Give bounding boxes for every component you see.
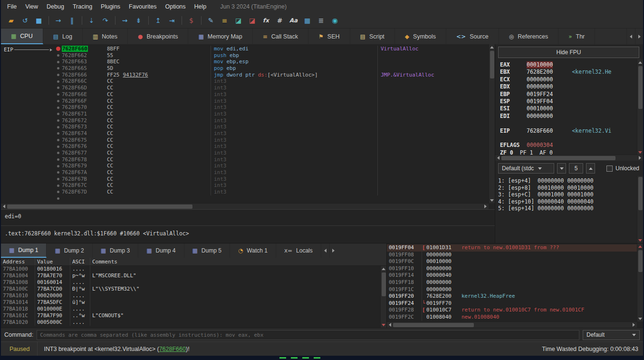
register-row[interactable]: EFLAGS 00000304 (495, 142, 643, 149)
disasm-row[interactable]: 7628F66F CC int3 (1, 98, 495, 105)
toolbar-button[interactable] (113, 15, 117, 27)
arguments-vertical-scrollbar[interactable] (637, 176, 643, 243)
breakpoint-dot-icon[interactable] (54, 132, 62, 135)
scrollbar-thumb[interactable] (501, 156, 615, 160)
dump-tab[interactable]: ◔Watch 1 (230, 243, 276, 258)
toolbar-button[interactable]: ■ (32, 15, 45, 27)
stack-horizontal-scrollbar[interactable] (387, 321, 643, 328)
breakpoint-dot-icon[interactable] (54, 139, 62, 141)
stack-row[interactable]: 0019FF28 [ 010010C7 return to new.010010… (387, 307, 643, 314)
register-row[interactable]: ECX 00000000 (495, 76, 643, 83)
disasm-row[interactable]: 7628F678 CC int3 (1, 156, 495, 163)
disasm-row[interactable]: 7628F662 55 push ebp (1, 52, 495, 59)
breakpoint-address-link[interactable]: 7628F660 (159, 346, 186, 352)
breakpoint-dot-icon[interactable] (54, 93, 62, 96)
register-row[interactable]: EBX 7628E200 <kernel32.He (495, 68, 643, 76)
toolbar-button[interactable]: ↷ (99, 15, 112, 27)
register-row[interactable] (495, 135, 643, 142)
menu-item[interactable]: Options (161, 1, 190, 12)
breakpoint-dot-icon[interactable] (54, 178, 62, 180)
breakpoint-dot-icon[interactable] (54, 171, 62, 174)
breakpoint-dot-icon[interactable] (54, 146, 62, 148)
scroll-right-icon[interactable] (637, 155, 643, 161)
breakpoint-dot-icon[interactable] (54, 165, 62, 167)
dump-tab-scroll-right-icon[interactable] (329, 243, 337, 258)
breakpoint-dot-icon[interactable] (54, 107, 62, 109)
scroll-up-icon[interactable] (381, 266, 387, 272)
menu-item[interactable]: Plugins (96, 1, 125, 12)
disasm-row[interactable]: 7628F666 FF2594132F76 jmp dword ptr ds:[… (1, 72, 495, 78)
register-row[interactable]: EBP 0019FF24 (495, 91, 643, 98)
stack-row[interactable]: 0019FF18 00000000 (387, 279, 643, 286)
breakpoint-dot-icon[interactable] (54, 67, 62, 69)
breakpoint-dot-icon[interactable] (54, 87, 62, 89)
toolbar-button[interactable]: ≡ (218, 15, 231, 27)
dump-tab[interactable]: ▦Dump 5 (184, 243, 230, 258)
dump-header-comments[interactable]: Comments (90, 258, 386, 265)
toolbar-button[interactable]: ▰ (5, 15, 18, 27)
breakpoint-dot-icon[interactable] (54, 74, 62, 76)
scroll-right-icon[interactable] (482, 204, 489, 209)
stack-row[interactable]: 0019FF24 └ 0019FF70 (387, 300, 643, 307)
breakpoint-dot-icon[interactable] (54, 191, 62, 193)
view-tab[interactable]: ▥Notes (83, 29, 128, 44)
argument-row[interactable]: 5: [esp+14] 00000000 00000000 (498, 205, 643, 212)
disasm-row[interactable]: 7628F665 5D pop ebp (1, 65, 495, 72)
toolbar-button[interactable]: ⇥ (165, 15, 178, 27)
disasm-row[interactable]: 7628F676 CC int3 (1, 143, 495, 150)
breakpoint-dot-icon[interactable] (54, 47, 62, 51)
stack-row[interactable]: 0019FF0C 00010000 (387, 258, 643, 265)
dump-row[interactable]: 77BA1018 0010000E .... (1, 306, 386, 312)
registers-vertical-scrollbar[interactable] (637, 59, 643, 155)
dump-row[interactable]: 77BA1020 0005000C .... (1, 319, 386, 326)
breakpoint-dot-icon[interactable] (54, 185, 62, 187)
scroll-down-icon[interactable] (637, 237, 644, 243)
scrollbar-thumb[interactable] (382, 272, 386, 296)
disasm-row[interactable]: 7628F66C CC int3 (1, 78, 495, 85)
toolbar-button[interactable]: ✎ (204, 15, 217, 27)
dump-tab[interactable]: ▦Dump 3 (93, 243, 138, 258)
hide-fpu-button[interactable]: Hide FPU (498, 47, 639, 58)
dump-row[interactable]: 77BA1014 77BA5DFC ü]°w (1, 299, 386, 306)
toolbar-button[interactable]: fx (260, 15, 272, 27)
menu-item[interactable]: Help (190, 1, 211, 12)
toolbar-button[interactable]: ⇟ (132, 15, 145, 27)
view-tab[interactable]: ▤Script (350, 29, 395, 44)
breakpoint-dot-icon[interactable] (54, 100, 62, 102)
breakpoint-dot-icon[interactable] (54, 54, 62, 57)
toolbar-button[interactable]: ≣ (315, 15, 327, 27)
register-row[interactable]: EIP 7628F660 <kernel32.Vi (495, 127, 643, 135)
disasm-row[interactable]: 7628F674 CC int3 (1, 130, 495, 137)
scroll-up-icon[interactable] (489, 44, 495, 50)
view-tab[interactable]: ◆Symbols (395, 29, 446, 44)
toolbar-button[interactable]: ⇣ (85, 15, 98, 27)
scrollbar-thumb[interactable] (490, 51, 494, 78)
view-tab[interactable]: »Thr (558, 29, 595, 44)
registers-horizontal-scrollbar[interactable] (495, 155, 643, 161)
calling-convention-select[interactable]: Default (stdc (498, 163, 554, 174)
dump-tab[interactable]: ▦Dump 1 (1, 243, 47, 258)
scroll-down-icon[interactable] (381, 322, 387, 328)
toolbar-button[interactable] (146, 15, 151, 27)
disasm-row[interactable]: 7628F663 8BEC mov ebp,esp (1, 58, 495, 65)
scroll-left-icon[interactable] (495, 155, 501, 161)
toolbar-button[interactable] (179, 15, 184, 27)
argument-row[interactable]: 4: [esp+10] 00000040 00000040 (498, 198, 643, 205)
view-tab[interactable]: ▤Log (43, 29, 83, 44)
breakpoint-dot-icon[interactable] (54, 126, 62, 128)
dump-row[interactable]: 77BA100C 77BA7CD0 Ð|°w L"\\SYSTEM32\\" (1, 286, 386, 292)
menu-item[interactable]: Debug (42, 1, 68, 12)
dump-tab[interactable]: ▦Dump 2 (47, 243, 92, 258)
dump-row[interactable]: 77BA1000 00180016 .... (1, 266, 386, 272)
dump-tab[interactable]: x=Locals (276, 243, 321, 258)
disasm-vertical-scrollbar[interactable] (489, 44, 495, 203)
dump-header-ascii[interactable]: ASCI (70, 258, 90, 265)
toolbar-button[interactable]: # (273, 15, 286, 27)
arg-count-decrease-button[interactable] (557, 163, 566, 174)
toolbar-button[interactable]: ◪ (232, 15, 245, 27)
register-row[interactable]: EAX 00010000 (495, 61, 643, 68)
view-tab[interactable]: ≡Call Stack (253, 29, 308, 44)
scrollbar-thumb[interactable] (7, 204, 192, 209)
view-tab[interactable]: ◎References (499, 29, 558, 44)
toolbar-button[interactable]: $ (185, 15, 198, 27)
